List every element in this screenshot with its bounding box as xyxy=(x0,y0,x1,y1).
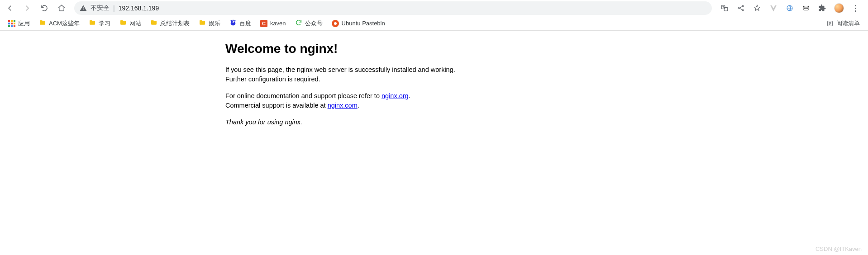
page-title: Welcome to nginx! xyxy=(225,42,470,56)
extension-globe-icon[interactable] xyxy=(785,4,794,13)
translate-icon[interactable] xyxy=(720,4,729,13)
svg-point-9 xyxy=(803,6,804,7)
nginx-org-link[interactable]: nginx.org xyxy=(382,92,409,99)
reload-button[interactable] xyxy=(38,2,51,14)
bookmark-folder-websites[interactable]: 网站 xyxy=(116,17,145,29)
address-separator: | xyxy=(113,5,115,12)
bookmark-ubuntu-pastebin[interactable]: Ubuntu Pastebin xyxy=(328,18,389,29)
commercial-text-end: . xyxy=(358,102,359,109)
bookmark-folder-study[interactable]: 学习 xyxy=(85,17,114,29)
apps-label: 应用 xyxy=(18,19,30,28)
folder-icon xyxy=(119,19,127,28)
bookmark-official-account[interactable]: 公众号 xyxy=(291,17,326,29)
bookmark-label: kaven xyxy=(270,20,286,27)
back-button[interactable] xyxy=(4,2,16,14)
bookmark-label: 网站 xyxy=(129,19,141,28)
apps-button[interactable]: 应用 xyxy=(5,18,33,29)
docs-text-mid: . xyxy=(409,92,410,99)
bookmark-label: 学习 xyxy=(99,19,110,28)
extensions-puzzle-icon[interactable] xyxy=(818,4,827,13)
folder-icon xyxy=(39,19,46,28)
baidu-icon xyxy=(229,19,237,28)
url-text: 192.168.1.199 xyxy=(119,5,159,12)
extension-vue-icon[interactable] xyxy=(769,4,778,13)
profile-avatar[interactable] xyxy=(834,3,844,13)
docs-paragraph: For online documentation and support ple… xyxy=(225,91,470,110)
svg-point-10 xyxy=(808,6,809,7)
reading-list-button[interactable]: 阅读清单 xyxy=(823,18,863,29)
bookmark-folder-acm[interactable]: ACM这些年 xyxy=(35,17,83,29)
apps-grid-icon xyxy=(8,20,15,27)
chrome-menu-button[interactable] xyxy=(851,3,860,14)
nginx-com-link[interactable]: nginx.com xyxy=(328,102,358,109)
thanks-paragraph: Thank you for using nginx. xyxy=(225,118,470,127)
intro-paragraph: If you see this page, the nginx web serv… xyxy=(225,65,470,84)
bookmark-folder-summary[interactable]: 总结计划表 xyxy=(147,17,193,29)
share-icon[interactable] xyxy=(736,4,745,13)
forward-button[interactable] xyxy=(21,2,33,14)
folder-icon xyxy=(150,19,157,28)
bookmark-label: 百度 xyxy=(239,19,251,28)
address-bar-wrap: 不安全 | 192.168.1.199 xyxy=(74,1,712,15)
svg-point-4 xyxy=(742,9,744,11)
folder-icon xyxy=(199,19,206,28)
refresh-green-icon xyxy=(295,19,302,28)
bookmark-label: 公众号 xyxy=(305,19,323,28)
bookmark-label: 娱乐 xyxy=(209,19,220,28)
not-secure-icon xyxy=(80,5,87,12)
bookmarks-bar: 应用 ACM这些年 学习 网站 总结计划表 娱乐 百度 C kaven 公众号 … xyxy=(0,16,868,31)
commercial-text-pre: Commercial support is available at xyxy=(225,102,328,109)
reading-list-label: 阅读清单 xyxy=(836,19,860,28)
svg-point-3 xyxy=(742,5,744,7)
page-content: Welcome to nginx! If you see this page, … xyxy=(0,31,868,127)
folder-icon xyxy=(89,19,96,28)
address-bar[interactable]: 不安全 | 192.168.1.199 xyxy=(74,1,712,15)
svg-point-7 xyxy=(804,7,806,9)
home-button[interactable] xyxy=(55,2,68,14)
extension-panda-icon[interactable] xyxy=(801,4,811,13)
thanks-text: Thank you for using nginx. xyxy=(225,118,302,126)
bookmark-kaven[interactable]: C kaven xyxy=(257,18,290,29)
c-square-icon: C xyxy=(260,20,267,27)
bookmark-baidu[interactable]: 百度 xyxy=(226,17,255,29)
watermark: CSDN @ITKaven xyxy=(816,246,862,252)
toolbar-right xyxy=(715,3,864,14)
bookmark-label: ACM这些年 xyxy=(49,19,80,28)
docs-text-pre: For online documentation and support ple… xyxy=(225,92,382,99)
svg-point-2 xyxy=(738,8,739,9)
svg-point-8 xyxy=(806,7,808,9)
browser-toolbar: 不安全 | 192.168.1.199 xyxy=(0,0,868,16)
nginx-welcome: Welcome to nginx! If you see this page, … xyxy=(225,42,470,127)
not-secure-label: 不安全 xyxy=(91,4,110,12)
bookmark-star-icon[interactable] xyxy=(753,4,762,13)
bookmark-label: Ubuntu Pastebin xyxy=(342,20,385,27)
ubuntu-icon xyxy=(332,20,339,27)
bookmark-folder-entertainment[interactable]: 娱乐 xyxy=(195,17,224,29)
bookmark-label: 总结计划表 xyxy=(160,19,190,28)
nav-buttons xyxy=(4,2,68,14)
